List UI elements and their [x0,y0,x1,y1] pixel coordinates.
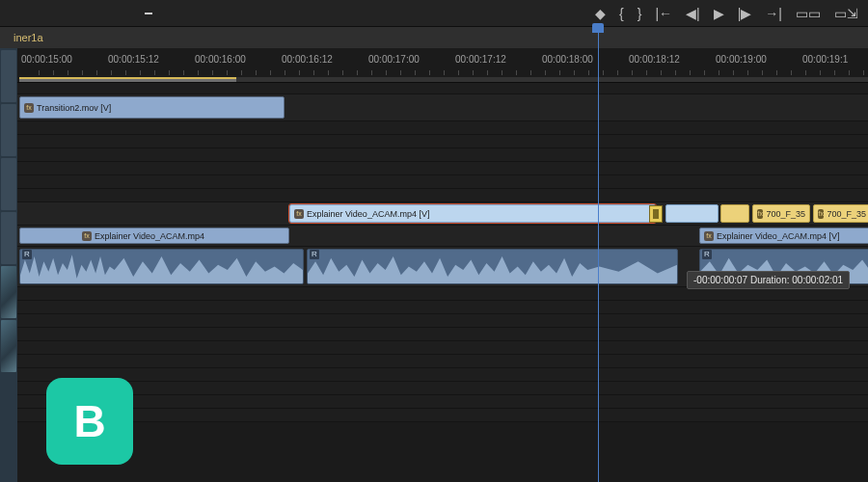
goto-out-icon[interactable]: →| [765,6,782,21]
sequence-tab-bar: iner1a [0,27,868,48]
fx-badge-icon: fx [704,231,714,241]
time-ruler[interactable]: 00:00:15:0000:00:15:1200:00:16:0000:00:1… [0,48,868,83]
ruler-timecode: 00:00:19:00 [716,54,767,65]
audio-clip-mid[interactable]: R [307,249,678,284]
left-panel-sliver [0,48,17,482]
panel-thumb [1,50,16,102]
panel-thumb [1,212,16,264]
track-gap [0,355,868,368]
track-gap [0,287,868,301]
track-gap [0,148,868,162]
ruler-timecode: 00:00:15:00 [21,54,72,65]
overlay-badge: B [46,378,133,465]
clip-label: 700_F_35 [827,209,866,219]
playhead[interactable] [598,29,599,482]
lift-icon[interactable]: ▭▭ [796,6,821,21]
step-back-icon[interactable]: ◀| [686,6,700,21]
video-track-v4[interactable]: fx Transition2.mov [V] [0,94,868,121]
clip-stock-2[interactable]: fx 700_F_35 [813,204,868,223]
audio-clip-left[interactable]: R [19,249,304,284]
clip-stock-fragment[interactable] [720,204,749,223]
panel-thumb [1,266,16,318]
track-gap [0,314,868,328]
clip-transition[interactable]: fx Transition2.mov [V] [19,96,285,119]
track-gap [0,175,868,189]
ruler-timecode: 00:00:17:12 [455,54,506,65]
ruler-timecode: 00:00:17:00 [368,54,420,65]
track-gap [0,83,868,94]
marker-icon[interactable]: ◆ [595,6,606,21]
edit-tooltip: -00:00:00:07 Duration: 00:00:02:01 [687,271,850,289]
fx-badge-icon: fx [82,231,92,241]
divider-icon [145,13,152,14]
track-gap [0,368,868,382]
clip-explainer-right[interactable]: fx Explainer Video_ACAM.mp4 [V] [699,228,868,244]
play-icon[interactable]: ▶ [714,6,724,21]
workarea-active-range[interactable] [19,77,236,82]
video-track-v2[interactable]: fx Explainer Video_ACAM.mp4 [V] fx 700_F… [0,202,868,226]
track-gap [0,341,868,355]
waveform-icon [308,250,677,283]
fx-badge-icon: fx [757,209,763,219]
extract-icon[interactable]: ▭⇲ [834,6,858,21]
clip-stock-1[interactable]: fx 700_F_35 [752,204,810,223]
step-fwd-icon[interactable]: |▶ [738,6,752,21]
sequence-name[interactable]: iner1a [4,28,53,47]
clip-explainer-selected[interactable]: fx Explainer Video_ACAM.mp4 [V] [289,204,656,223]
ruler-timecode: 00:00:16:00 [195,54,246,65]
ruler-timecode: 00:00:18:00 [542,54,593,65]
toolbar-left [10,13,152,14]
ripple-edit-handle[interactable] [649,205,663,223]
ruler-timecode: 00:00:19:1 [802,54,848,65]
ruler-timecode: 00:00:16:12 [282,54,333,65]
waveform-icon [20,250,303,283]
fx-badge-icon: fx [294,209,304,219]
clip-label: Explainer Video_ACAM.mp4 [95,231,204,241]
track-gap [0,189,868,202]
clip-explainer-under[interactable]: fx Explainer Video_ACAM.mp4 [19,228,289,244]
goto-in-icon[interactable]: |← [655,6,672,21]
clip-gap-segment[interactable] [665,204,719,223]
clip-label: Explainer Video_ACAM.mp4 [V] [307,209,429,219]
fx-badge-icon: fx [818,209,824,219]
video-track-v1[interactable]: fx Explainer Video_ACAM.mp4 fx Explainer… [0,226,868,247]
clip-label: 700_F_35 [766,209,805,219]
track-gap [0,162,868,175]
transport-toolbar: ◆ { } |← ◀| ▶ |▶ →| ▭▭ ▭⇲ [0,0,868,27]
track-gap [0,328,868,341]
clip-label: Transition2.mov [V] [37,103,111,113]
ruler-timecode: 00:00:18:12 [629,54,680,65]
badge-letter: B [73,395,105,447]
clip-label: Explainer Video_ACAM.mp4 [V] [717,231,839,241]
track-gap [0,121,868,135]
panel-thumb [1,104,16,156]
track-gap [0,301,868,314]
fx-badge-icon: fx [24,103,34,113]
panel-thumb [1,158,16,210]
track-gap [0,135,868,148]
brace-in-icon[interactable]: { [619,6,624,21]
panel-thumb [1,320,16,372]
brace-out-icon[interactable]: } [637,6,642,21]
ruler-timecode: 00:00:15:12 [108,54,159,65]
